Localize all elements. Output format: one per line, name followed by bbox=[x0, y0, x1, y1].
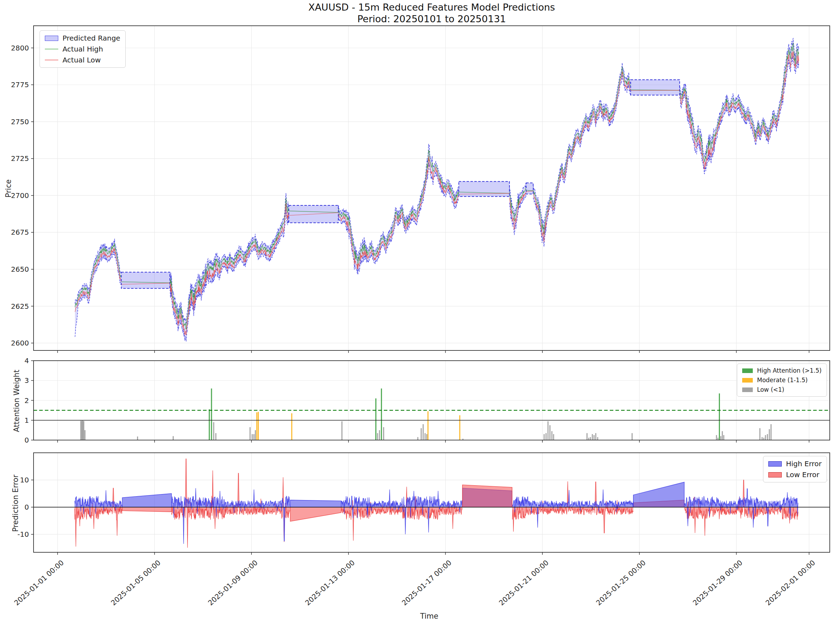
attention-ticks bbox=[58, 440, 809, 443]
weekend-low-error-wedge bbox=[463, 485, 512, 507]
attention-bar bbox=[762, 437, 763, 440]
legend-swatch-err_low bbox=[768, 472, 782, 477]
attention-bar bbox=[418, 437, 418, 440]
weekend-prediction-box bbox=[122, 272, 170, 288]
attention-bar bbox=[717, 438, 718, 440]
attention-bar bbox=[769, 429, 770, 440]
predicted-low-line bbox=[680, 56, 799, 174]
attention-bar bbox=[421, 428, 422, 440]
legend-item: Actual Low bbox=[45, 56, 120, 64]
legend-label: Low (<1) bbox=[757, 386, 784, 393]
attention-bar bbox=[545, 433, 547, 440]
attention-bar bbox=[258, 412, 259, 440]
attention-bar bbox=[81, 421, 82, 440]
weekend-low-connector bbox=[631, 90, 680, 91]
legend-swatch-pred bbox=[45, 36, 58, 41]
attention-bar bbox=[597, 437, 598, 440]
attention-bar bbox=[82, 421, 83, 440]
legend-label: High Attention (>1.5) bbox=[757, 367, 821, 374]
attention-bar bbox=[383, 427, 384, 440]
legend-item: Predicted Range bbox=[45, 34, 120, 42]
actual-low-line bbox=[533, 72, 630, 242]
legend-swatch-att_high bbox=[742, 368, 753, 373]
price-ytick: 2800 bbox=[4, 44, 29, 52]
attention-bar bbox=[424, 433, 425, 440]
legend-item: High Error bbox=[768, 460, 821, 468]
attention-bar bbox=[254, 434, 255, 440]
attention-bar bbox=[83, 421, 84, 440]
attention-bar bbox=[460, 415, 460, 440]
legend-label: Predicted Range bbox=[62, 34, 120, 42]
attention-bar bbox=[379, 430, 380, 440]
weekend-high-error-wedge bbox=[122, 494, 171, 507]
attention-bar bbox=[586, 433, 588, 440]
attention-bar bbox=[632, 433, 633, 440]
legend-item: Low (<1) bbox=[742, 386, 821, 393]
price-ytick: 2775 bbox=[4, 81, 29, 89]
legend-label: Actual High bbox=[62, 45, 103, 53]
time-xlabel: Time bbox=[420, 612, 438, 620]
attention-bar bbox=[759, 428, 761, 440]
attention-ytick: 4 bbox=[4, 356, 29, 365]
grid bbox=[34, 26, 830, 350]
attention-bar bbox=[722, 431, 723, 440]
weekend-prediction-box bbox=[526, 183, 533, 194]
legend-swatch-err_high bbox=[768, 461, 782, 466]
weekend-prediction-box bbox=[631, 80, 680, 95]
attention-bar bbox=[341, 421, 343, 440]
legend-item: Actual High bbox=[45, 45, 120, 53]
attention-bar bbox=[84, 430, 86, 440]
attention-bar bbox=[723, 435, 724, 440]
error-ytick: -10 bbox=[4, 530, 29, 538]
figure: XAUUSD - 15m Reduced Features Model Pred… bbox=[0, 0, 840, 625]
attention-bar bbox=[767, 434, 768, 440]
legend-swatch-att_moderate bbox=[742, 378, 753, 382]
actual-high-line bbox=[533, 67, 630, 234]
error-legend: High ErrorLow Error bbox=[763, 456, 827, 482]
attention-bar bbox=[764, 438, 764, 440]
attention-bar bbox=[422, 424, 424, 440]
price-ytick: 2750 bbox=[4, 118, 29, 126]
attention-bar bbox=[252, 434, 253, 440]
attention-bar bbox=[765, 435, 766, 440]
charts-canvas bbox=[0, 0, 840, 625]
attention-bar bbox=[426, 434, 427, 440]
price-ytick: 2625 bbox=[4, 302, 29, 311]
legend-swatch-low bbox=[45, 60, 58, 61]
attention-bar bbox=[590, 437, 591, 440]
attention-bar bbox=[553, 434, 554, 440]
weekend-high-error-wedge bbox=[633, 482, 684, 507]
attention-bar bbox=[588, 438, 589, 440]
price-legend: Predicted RangeActual HighActual Low bbox=[39, 30, 126, 68]
grid bbox=[34, 361, 830, 440]
attention-bar bbox=[80, 421, 81, 440]
attention-bar bbox=[552, 431, 553, 440]
attention-bar bbox=[381, 389, 382, 440]
price-ytick: 2700 bbox=[4, 191, 29, 200]
attention-bar bbox=[720, 436, 722, 440]
attention-bar bbox=[377, 433, 378, 440]
attention-bar bbox=[548, 421, 549, 440]
weekend-low-error-wedge bbox=[290, 507, 341, 521]
attention-bar bbox=[211, 389, 212, 440]
attention-ytick: 1 bbox=[4, 416, 29, 424]
legend-item: High Attention (>1.5) bbox=[742, 367, 821, 374]
legend-swatch-high bbox=[45, 49, 58, 50]
attention-bar bbox=[215, 433, 217, 440]
price-ylabel: Price bbox=[4, 167, 13, 210]
legend-label: Low Error bbox=[786, 470, 820, 479]
legend-item: Moderate (1-1.5) bbox=[742, 376, 821, 384]
attention-bar bbox=[592, 434, 593, 440]
price-ytick: 2675 bbox=[4, 228, 29, 236]
chart-title: XAUUSD - 15m Reduced Features Model Pred… bbox=[34, 2, 830, 25]
attention-bar bbox=[213, 422, 214, 440]
legend-swatch-att_low bbox=[742, 387, 753, 392]
attention-bar bbox=[594, 435, 595, 440]
chart-title-line1: XAUUSD - 15m Reduced Features Model Pred… bbox=[34, 2, 830, 13]
price-ytick: 2725 bbox=[4, 154, 29, 163]
attention-bar bbox=[549, 425, 550, 440]
attention-bar bbox=[770, 424, 771, 440]
actual-high-line bbox=[338, 150, 459, 266]
attention-bar bbox=[428, 411, 429, 440]
chart-title-line2: Period: 20250101 to 20250131 bbox=[34, 13, 830, 25]
